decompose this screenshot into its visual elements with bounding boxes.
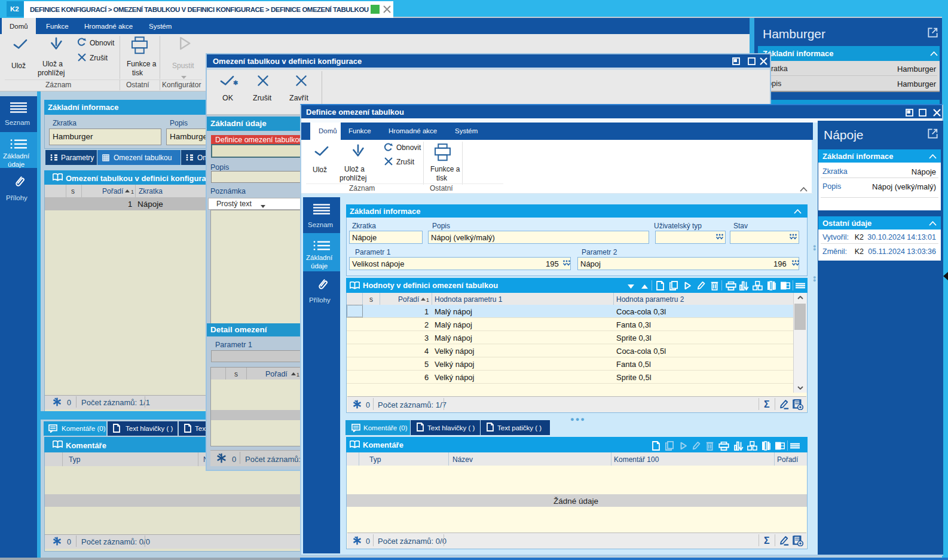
svg-text:x: x [781,283,784,289]
svg-text:x: x [776,443,779,449]
